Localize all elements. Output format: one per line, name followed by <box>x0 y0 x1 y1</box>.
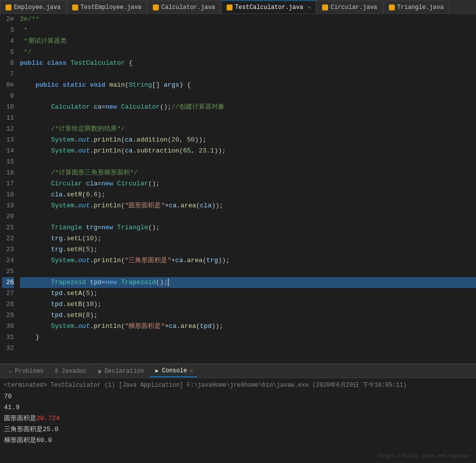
problems-icon: ⚠ <box>7 368 13 374</box>
code-line-11 <box>20 113 476 124</box>
circular-value: 20.724 <box>36 415 60 422</box>
code-line-28: tpd.setB(10); <box>20 299 476 310</box>
panel-tab-label: Javadoc <box>62 368 87 375</box>
code-line-10: Calculator ca=new Calculator();//创建计算器对象 <box>20 102 476 113</box>
code-line-12: /*计算给定两数的结果*/ <box>20 124 476 135</box>
code-container: 2⊖ 3 4 5 6 7 8⊖ 9 10 11 12 13 14 15 16 1… <box>0 14 476 363</box>
code-line-32 <box>20 343 476 354</box>
code-line-22: trg.setL(10); <box>20 233 476 244</box>
code-line-13: System.out.println(ca.addition(20, 50)); <box>20 135 476 146</box>
code-line-23: trg.setH(5); <box>20 244 476 255</box>
code-line-7 <box>20 69 476 80</box>
tab-label: TestCalculator.java <box>235 4 303 11</box>
java-file-icon <box>227 4 233 10</box>
line-num: 30 <box>2 321 14 332</box>
line-num: 21 <box>2 222 14 233</box>
line-num: 10 <box>2 102 14 113</box>
console-close-icon[interactable]: ✕ <box>190 368 193 374</box>
code-line-9 <box>20 91 476 102</box>
line-num: 29 <box>2 310 14 321</box>
console-line-circular: 圆形面积是20.724 <box>4 413 472 424</box>
panel-tab-label: Console <box>162 367 187 374</box>
code-line-21: Triangle trg=new Triangle(); <box>20 222 476 233</box>
javadoc-icon: @ <box>54 368 60 374</box>
code-line-18: cla.setR(6.6); <box>20 189 476 200</box>
line-num: 23 <box>2 244 14 255</box>
tab-employee[interactable]: Employee.java <box>0 0 66 13</box>
code-line-29: tpd.setH(8); <box>20 310 476 321</box>
tab-console[interactable]: ▶ Console ✕ <box>150 365 197 377</box>
declaration-icon: ▣ <box>97 368 103 374</box>
java-file-icon <box>72 4 78 10</box>
line-num: 16 <box>2 167 14 178</box>
console-line-419: 41.9 <box>4 402 472 413</box>
console-content: <terminated> TestCalculator (1) [Java Ap… <box>0 378 476 463</box>
tab-label: Triangle.java <box>397 4 444 11</box>
line-num: 15 <box>2 156 14 167</box>
code-line-2: 2⊖/** <box>20 14 476 25</box>
console-icon: ▶ <box>154 368 160 374</box>
tab-javadoc[interactable]: @ Javadoc <box>50 365 91 377</box>
tab-triangle[interactable]: Triangle.java <box>383 0 450 13</box>
line-num: 24 <box>2 255 14 266</box>
line-num: 22 <box>2 233 14 244</box>
code-line-24: System.out.println("三角形面积是"+ca.area(trg)… <box>20 255 476 266</box>
line-num: 14 <box>2 146 14 156</box>
code-line-5: */ <box>20 47 476 58</box>
line-num: 20 <box>2 211 14 222</box>
code-line-16: /*计算圆形三角形梯形面积*/ <box>20 167 476 178</box>
tab-label: Calculator.java <box>161 4 215 11</box>
tab-label: TestEmployee.java <box>81 4 141 11</box>
tab-testemployee[interactable]: TestEmployee.java <box>67 0 147 13</box>
java-file-icon <box>153 4 159 10</box>
line-num: 8⊖ <box>2 80 14 91</box>
line-num: 5 <box>2 47 14 58</box>
code-line-3: * <box>20 25 476 36</box>
tab-label: Employee.java <box>14 4 61 11</box>
code-line-27: tpd.setA(5); <box>20 288 476 299</box>
tab-bar: Employee.java TestEmployee.java Calculat… <box>0 0 476 14</box>
line-num: 31 <box>2 332 14 343</box>
tab-testcalculator[interactable]: TestCalculator.java ✕ <box>221 0 316 13</box>
panel-tab-label: Problems <box>15 368 44 375</box>
code-line-15 <box>20 156 476 167</box>
line-num: 19 <box>2 200 14 211</box>
line-num: 25 <box>2 266 14 277</box>
panel-tab-label: Declaration <box>105 368 144 375</box>
bottom-panel: ⚠ Problems @ Javadoc ▣ Declaration ▶ Con… <box>0 363 476 463</box>
line-num: 11 <box>2 113 14 124</box>
editor-area: 2⊖ 3 4 5 6 7 8⊖ 9 10 11 12 13 14 15 16 1… <box>0 14 476 363</box>
java-file-icon <box>322 4 328 10</box>
code-line-26: Trapezoid tpd=new Trapezoid(); <box>20 277 476 288</box>
code-line-20 <box>20 211 476 222</box>
tab-declaration[interactable]: ▣ Declaration <box>93 365 148 377</box>
java-file-icon <box>5 4 11 10</box>
line-num: 9 <box>2 91 14 102</box>
console-line-trapezoid: 梯形面积是60.0 <box>4 435 472 446</box>
tab-close-icon[interactable]: ✕ <box>308 4 311 10</box>
watermark: https://blog.csdn.net/abodxx <box>378 453 470 459</box>
code-line-6: public class TestCalculator { <box>20 58 476 69</box>
console-line-triangle: 三角形面积是25.0 <box>4 424 472 435</box>
line-num: 3 <box>2 25 14 36</box>
tab-calculator[interactable]: Calculator.java <box>147 0 221 13</box>
tab-problems[interactable]: ⚠ Problems <box>3 365 48 377</box>
line-num: 27 <box>2 288 14 299</box>
code-line-25 <box>20 266 476 277</box>
code-line-19: System.out.println("圆形面积是"+ca.area(cla))… <box>20 200 476 211</box>
code-lines[interactable]: 2⊖/** * *测试计算器类 */ public class TestCalc… <box>18 14 476 363</box>
line-num: 2⊖ <box>2 14 14 25</box>
tab-circular[interactable]: Circular.java <box>317 0 383 13</box>
code-line-4: *测试计算器类 <box>20 36 476 47</box>
tab-label: Circular.java <box>331 4 377 11</box>
code-line-31: } <box>20 332 476 343</box>
code-line-8: public static void main(String[] args) { <box>20 80 476 91</box>
line-num: 12 <box>2 124 14 135</box>
line-num: 28 <box>2 299 14 310</box>
console-line-70: 70 <box>4 391 472 402</box>
panel-tab-bar: ⚠ Problems @ Javadoc ▣ Declaration ▶ Con… <box>0 364 476 378</box>
line-num: 18 <box>2 189 14 200</box>
code-line-30: System.out.println("梯形面积是"+ca.area(tpd))… <box>20 321 476 332</box>
console-output: 70 41.9 圆形面积是20.724 三角形面积是25.0 梯形面积是60.0 <box>4 391 472 446</box>
line-num: 32 <box>2 343 14 354</box>
